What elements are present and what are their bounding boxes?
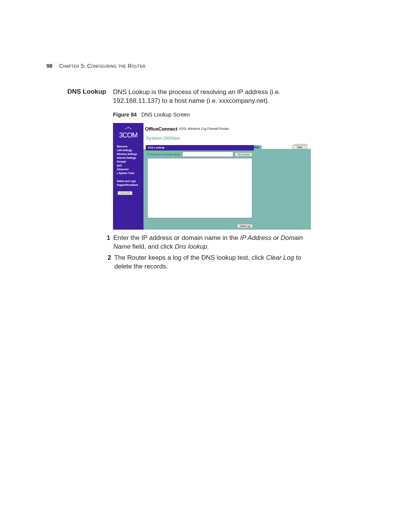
router-section-title: System Utilities [143, 134, 311, 143]
step-2-text: The Router keeps a log of the DNS lookup… [114, 254, 311, 271]
step-1: 1 Enter the IP address or domain name in… [105, 234, 311, 251]
sidebar-item-internet[interactable]: Internet Settings [117, 157, 143, 159]
clear-log-button[interactable]: Clear Log [237, 224, 253, 228]
lookup-log [147, 158, 252, 218]
router-panel: Help Dns Lookup IP Address or Domain Nam… [146, 145, 307, 227]
sidebar-item-system-tools[interactable]: System Tools [117, 172, 143, 174]
sidebar-item-welcome[interactable]: Welcome [117, 145, 143, 148]
figure-title: DNS Lookup Screen [141, 112, 190, 118]
dns-lookup-button[interactable]: Dns lookup [235, 152, 252, 157]
router-title-bar: OfficeConnect ADSL Wireless 11g Firewall… [143, 123, 311, 134]
sidebar-item-advanced[interactable]: Advanced [117, 168, 143, 171]
help-button-panel[interactable]: Help [292, 145, 307, 149]
logout-button[interactable]: LOG OUT [118, 191, 132, 195]
sidebar-item-qos[interactable]: QoS [117, 164, 143, 167]
panel-header: Dns Lookup [146, 145, 254, 150]
step-1-text: Enter the IP address or domain name in t… [113, 234, 311, 251]
step-2-number: 2 [105, 254, 111, 271]
step-1-number: 1 [105, 234, 110, 251]
product-subtitle: ADSL Wireless 11g Firewall Router [178, 127, 229, 131]
logo: ෴ 3COM [113, 123, 143, 144]
intro-text: DNS Lookup is the process of resolving a… [113, 88, 311, 105]
sidebar-item-support[interactable]: Support/Feedback [117, 184, 143, 186]
figure-number: Figure 84 [113, 112, 137, 118]
sidebar-nav-secondary: Status and Logs Support/Feedback [117, 180, 143, 186]
sidebar-item-wireless[interactable]: Wireless Settings [117, 153, 143, 155]
router-main: OfficeConnect ADSL Wireless 11g Firewall… [143, 123, 311, 230]
router-screenshot: ෴ 3COM Welcome LAN Settings Wireless Set… [113, 123, 311, 230]
chapter-title: Chapter 5: Configuring the Router [59, 63, 145, 69]
section-heading: DNS Lookup [67, 88, 106, 96]
figure-caption: Figure 84 DNS Lookup Screen [113, 112, 190, 118]
logo-swirl-icon: ෴ [113, 123, 143, 131]
sidebar-item-status[interactable]: Status and Logs [117, 180, 143, 182]
page-header: 98 Chapter 5: Configuring the Router [46, 63, 145, 69]
ip-domain-input[interactable] [182, 152, 234, 157]
step-2: 2 The Router keeps a log of the DNS look… [105, 254, 311, 271]
sidebar-item-firewall[interactable]: Firewall [117, 160, 143, 163]
product-name: OfficeConnect [145, 126, 177, 132]
lookup-label: IP Address or Domain Name: [147, 153, 181, 156]
brand-text: 3COM [113, 131, 143, 139]
sidebar-nav: Welcome LAN Settings Wireless Settings I… [117, 145, 143, 174]
sidebar-item-lan[interactable]: LAN Settings [117, 149, 143, 152]
step-list: 1 Enter the IP address or domain name in… [105, 234, 311, 273]
lookup-form: IP Address or Domain Name: Dns lookup [146, 150, 254, 158]
router-sidebar: ෴ 3COM Welcome LAN Settings Wireless Set… [113, 123, 143, 230]
page-number: 98 [46, 63, 53, 69]
